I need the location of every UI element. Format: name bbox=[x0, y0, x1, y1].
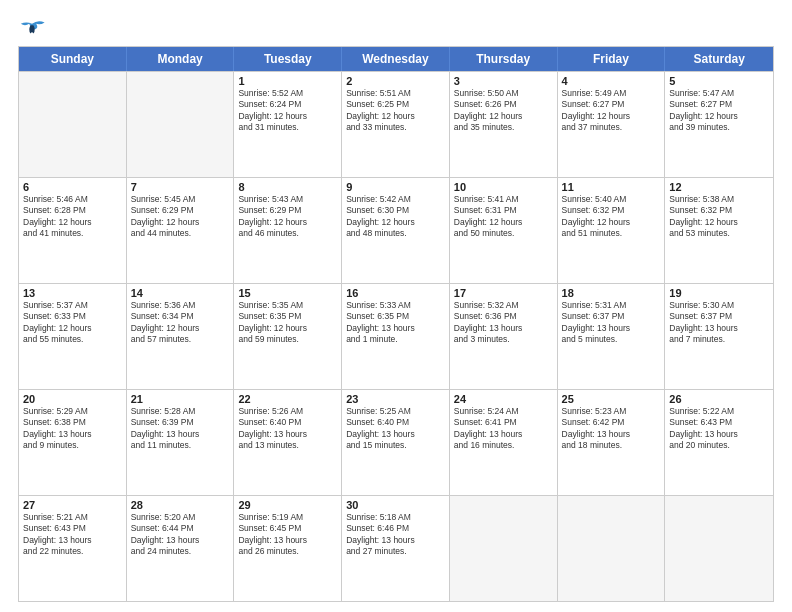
calendar-day-header: Friday bbox=[558, 47, 666, 71]
cell-info: Sunrise: 5:26 AM Sunset: 6:40 PM Dayligh… bbox=[238, 406, 337, 452]
calendar-cell: 25Sunrise: 5:23 AM Sunset: 6:42 PM Dayli… bbox=[558, 390, 666, 495]
calendar-row: 6Sunrise: 5:46 AM Sunset: 6:28 PM Daylig… bbox=[19, 177, 773, 283]
cell-info: Sunrise: 5:24 AM Sunset: 6:41 PM Dayligh… bbox=[454, 406, 553, 452]
cell-day-number: 21 bbox=[131, 393, 230, 405]
cell-info: Sunrise: 5:47 AM Sunset: 6:27 PM Dayligh… bbox=[669, 88, 769, 134]
calendar-cell: 8Sunrise: 5:43 AM Sunset: 6:29 PM Daylig… bbox=[234, 178, 342, 283]
calendar-day-header: Tuesday bbox=[234, 47, 342, 71]
cell-info: Sunrise: 5:32 AM Sunset: 6:36 PM Dayligh… bbox=[454, 300, 553, 346]
calendar-cell: 10Sunrise: 5:41 AM Sunset: 6:31 PM Dayli… bbox=[450, 178, 558, 283]
header bbox=[18, 18, 774, 38]
cell-info: Sunrise: 5:31 AM Sunset: 6:37 PM Dayligh… bbox=[562, 300, 661, 346]
calendar-cell: 6Sunrise: 5:46 AM Sunset: 6:28 PM Daylig… bbox=[19, 178, 127, 283]
cell-day-number: 13 bbox=[23, 287, 122, 299]
cell-day-number: 10 bbox=[454, 181, 553, 193]
logo-icon bbox=[18, 18, 46, 38]
calendar-day-header: Saturday bbox=[665, 47, 773, 71]
cell-info: Sunrise: 5:40 AM Sunset: 6:32 PM Dayligh… bbox=[562, 194, 661, 240]
calendar-cell: 24Sunrise: 5:24 AM Sunset: 6:41 PM Dayli… bbox=[450, 390, 558, 495]
calendar-header: SundayMondayTuesdayWednesdayThursdayFrid… bbox=[19, 47, 773, 71]
cell-info: Sunrise: 5:49 AM Sunset: 6:27 PM Dayligh… bbox=[562, 88, 661, 134]
calendar-row: 27Sunrise: 5:21 AM Sunset: 6:43 PM Dayli… bbox=[19, 495, 773, 601]
logo bbox=[18, 18, 48, 38]
cell-info: Sunrise: 5:38 AM Sunset: 6:32 PM Dayligh… bbox=[669, 194, 769, 240]
calendar-cell: 3Sunrise: 5:50 AM Sunset: 6:26 PM Daylig… bbox=[450, 72, 558, 177]
calendar-cell: 14Sunrise: 5:36 AM Sunset: 6:34 PM Dayli… bbox=[127, 284, 235, 389]
calendar-cell bbox=[558, 496, 666, 601]
calendar-cell: 12Sunrise: 5:38 AM Sunset: 6:32 PM Dayli… bbox=[665, 178, 773, 283]
cell-day-number: 8 bbox=[238, 181, 337, 193]
cell-info: Sunrise: 5:25 AM Sunset: 6:40 PM Dayligh… bbox=[346, 406, 445, 452]
calendar-day-header: Sunday bbox=[19, 47, 127, 71]
calendar-cell bbox=[450, 496, 558, 601]
calendar-cell bbox=[665, 496, 773, 601]
cell-day-number: 16 bbox=[346, 287, 445, 299]
cell-info: Sunrise: 5:30 AM Sunset: 6:37 PM Dayligh… bbox=[669, 300, 769, 346]
cell-info: Sunrise: 5:18 AM Sunset: 6:46 PM Dayligh… bbox=[346, 512, 445, 558]
calendar-cell: 23Sunrise: 5:25 AM Sunset: 6:40 PM Dayli… bbox=[342, 390, 450, 495]
calendar-cell: 1Sunrise: 5:52 AM Sunset: 6:24 PM Daylig… bbox=[234, 72, 342, 177]
calendar-cell: 27Sunrise: 5:21 AM Sunset: 6:43 PM Dayli… bbox=[19, 496, 127, 601]
calendar: SundayMondayTuesdayWednesdayThursdayFrid… bbox=[18, 46, 774, 602]
cell-info: Sunrise: 5:28 AM Sunset: 6:39 PM Dayligh… bbox=[131, 406, 230, 452]
calendar-body: 1Sunrise: 5:52 AM Sunset: 6:24 PM Daylig… bbox=[19, 71, 773, 601]
calendar-cell bbox=[127, 72, 235, 177]
cell-day-number: 5 bbox=[669, 75, 769, 87]
calendar-cell: 28Sunrise: 5:20 AM Sunset: 6:44 PM Dayli… bbox=[127, 496, 235, 601]
cell-info: Sunrise: 5:37 AM Sunset: 6:33 PM Dayligh… bbox=[23, 300, 122, 346]
cell-day-number: 23 bbox=[346, 393, 445, 405]
calendar-cell bbox=[19, 72, 127, 177]
cell-day-number: 26 bbox=[669, 393, 769, 405]
cell-day-number: 18 bbox=[562, 287, 661, 299]
cell-info: Sunrise: 5:23 AM Sunset: 6:42 PM Dayligh… bbox=[562, 406, 661, 452]
calendar-cell: 21Sunrise: 5:28 AM Sunset: 6:39 PM Dayli… bbox=[127, 390, 235, 495]
cell-day-number: 28 bbox=[131, 499, 230, 511]
calendar-cell: 20Sunrise: 5:29 AM Sunset: 6:38 PM Dayli… bbox=[19, 390, 127, 495]
cell-day-number: 2 bbox=[346, 75, 445, 87]
cell-day-number: 30 bbox=[346, 499, 445, 511]
cell-day-number: 9 bbox=[346, 181, 445, 193]
cell-day-number: 19 bbox=[669, 287, 769, 299]
cell-info: Sunrise: 5:45 AM Sunset: 6:29 PM Dayligh… bbox=[131, 194, 230, 240]
cell-day-number: 27 bbox=[23, 499, 122, 511]
cell-info: Sunrise: 5:43 AM Sunset: 6:29 PM Dayligh… bbox=[238, 194, 337, 240]
calendar-cell: 2Sunrise: 5:51 AM Sunset: 6:25 PM Daylig… bbox=[342, 72, 450, 177]
calendar-cell: 5Sunrise: 5:47 AM Sunset: 6:27 PM Daylig… bbox=[665, 72, 773, 177]
calendar-cell: 26Sunrise: 5:22 AM Sunset: 6:43 PM Dayli… bbox=[665, 390, 773, 495]
calendar-row: 13Sunrise: 5:37 AM Sunset: 6:33 PM Dayli… bbox=[19, 283, 773, 389]
cell-day-number: 4 bbox=[562, 75, 661, 87]
cell-day-number: 24 bbox=[454, 393, 553, 405]
cell-info: Sunrise: 5:33 AM Sunset: 6:35 PM Dayligh… bbox=[346, 300, 445, 346]
calendar-cell: 18Sunrise: 5:31 AM Sunset: 6:37 PM Dayli… bbox=[558, 284, 666, 389]
cell-day-number: 7 bbox=[131, 181, 230, 193]
calendar-cell: 22Sunrise: 5:26 AM Sunset: 6:40 PM Dayli… bbox=[234, 390, 342, 495]
cell-day-number: 20 bbox=[23, 393, 122, 405]
calendar-cell: 7Sunrise: 5:45 AM Sunset: 6:29 PM Daylig… bbox=[127, 178, 235, 283]
calendar-cell: 29Sunrise: 5:19 AM Sunset: 6:45 PM Dayli… bbox=[234, 496, 342, 601]
cell-day-number: 1 bbox=[238, 75, 337, 87]
cell-info: Sunrise: 5:21 AM Sunset: 6:43 PM Dayligh… bbox=[23, 512, 122, 558]
calendar-cell: 9Sunrise: 5:42 AM Sunset: 6:30 PM Daylig… bbox=[342, 178, 450, 283]
calendar-cell: 19Sunrise: 5:30 AM Sunset: 6:37 PM Dayli… bbox=[665, 284, 773, 389]
calendar-cell: 13Sunrise: 5:37 AM Sunset: 6:33 PM Dayli… bbox=[19, 284, 127, 389]
cell-day-number: 17 bbox=[454, 287, 553, 299]
cell-info: Sunrise: 5:29 AM Sunset: 6:38 PM Dayligh… bbox=[23, 406, 122, 452]
cell-info: Sunrise: 5:22 AM Sunset: 6:43 PM Dayligh… bbox=[669, 406, 769, 452]
page: SundayMondayTuesdayWednesdayThursdayFrid… bbox=[0, 0, 792, 612]
cell-day-number: 6 bbox=[23, 181, 122, 193]
calendar-cell: 15Sunrise: 5:35 AM Sunset: 6:35 PM Dayli… bbox=[234, 284, 342, 389]
calendar-day-header: Thursday bbox=[450, 47, 558, 71]
calendar-cell: 11Sunrise: 5:40 AM Sunset: 6:32 PM Dayli… bbox=[558, 178, 666, 283]
cell-day-number: 15 bbox=[238, 287, 337, 299]
calendar-cell: 17Sunrise: 5:32 AM Sunset: 6:36 PM Dayli… bbox=[450, 284, 558, 389]
calendar-row: 1Sunrise: 5:52 AM Sunset: 6:24 PM Daylig… bbox=[19, 71, 773, 177]
cell-info: Sunrise: 5:36 AM Sunset: 6:34 PM Dayligh… bbox=[131, 300, 230, 346]
cell-info: Sunrise: 5:19 AM Sunset: 6:45 PM Dayligh… bbox=[238, 512, 337, 558]
cell-day-number: 14 bbox=[131, 287, 230, 299]
cell-info: Sunrise: 5:52 AM Sunset: 6:24 PM Dayligh… bbox=[238, 88, 337, 134]
cell-info: Sunrise: 5:41 AM Sunset: 6:31 PM Dayligh… bbox=[454, 194, 553, 240]
cell-day-number: 25 bbox=[562, 393, 661, 405]
calendar-day-header: Monday bbox=[127, 47, 235, 71]
cell-day-number: 12 bbox=[669, 181, 769, 193]
calendar-row: 20Sunrise: 5:29 AM Sunset: 6:38 PM Dayli… bbox=[19, 389, 773, 495]
